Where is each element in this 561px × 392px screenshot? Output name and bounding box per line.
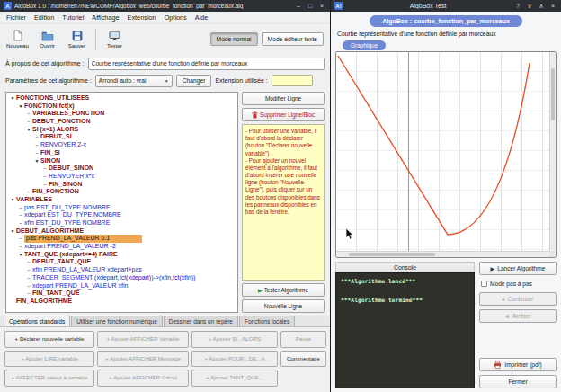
- instruction-button[interactable]: + Ajouter AFFICHER Calcul: [97, 370, 189, 387]
- instruction-button[interactable]: + Déclarer nouvelle variable: [4, 331, 94, 348]
- mode-pas-a-pas-option[interactable]: Mode pas à pas: [479, 279, 557, 289]
- vertical-scrollbar[interactable]: [549, 52, 556, 251]
- instruction-button[interactable]: + Ajouter TANT_QUE...: [191, 370, 278, 387]
- nouveau-button[interactable]: Nouveau: [4, 26, 31, 53]
- about-input[interactable]: [88, 58, 325, 70]
- nouveau-label: Nouveau: [6, 42, 29, 49]
- tab-fonction-numerique[interactable]: Utiliser une fonction numérique: [71, 316, 163, 326]
- menu-item-aide[interactable]: Aide: [195, 13, 209, 22]
- tree-line[interactable]: –pas PREND_LA_VALEUR 0.1: [6, 235, 237, 243]
- tree-line[interactable]: –pas EST_DU_TYPE NOMBRE: [6, 204, 237, 212]
- tab-dessiner-repere[interactable]: Dessiner dans un repère: [164, 316, 238, 326]
- mode-normal-button[interactable]: Mode normal: [210, 32, 258, 46]
- menu-item-affichage[interactable]: Affichage: [92, 13, 119, 22]
- close-icon[interactable]: ×: [317, 3, 326, 9]
- console-panel: Console ***Algorithme lancé*** ***Algori…: [335, 262, 475, 388]
- menu-item-fichier[interactable]: Fichier: [6, 13, 26, 22]
- tree-line[interactable]: –DEBUT_SINON: [6, 165, 237, 173]
- algorithm-tree[interactable]: ▼FONCTIONS_UTILISEES▼FONCTION fct(x)–VAR…: [5, 92, 238, 313]
- nouvelle-ligne-button[interactable]: Nouvelle Ligne: [242, 299, 325, 313]
- tree-branch-line: –: [17, 219, 24, 227]
- tree-line[interactable]: –TRACER_SEGMENT (xdepart,fct(xdepart))->…: [6, 274, 237, 282]
- menu-item-edition[interactable]: Edition: [34, 13, 54, 22]
- tester-button[interactable]: Tester: [101, 26, 129, 53]
- ouvrir-button[interactable]: Ouvrir: [33, 26, 61, 53]
- left-titlebar[interactable]: A AlgoBox 1.0 : /home/ren?/NEWCOMP/Algob…: [0, 0, 330, 12]
- vertical-scrollbar-thumb[interactable]: [551, 68, 555, 120]
- continuer-button[interactable]: ▸ Continuer: [479, 292, 557, 306]
- tree-line[interactable]: –FIN_FONCTION: [6, 188, 237, 196]
- instruction-buttons-grid: + Déclarer nouvelle variable+ Ajouter AF…: [0, 327, 330, 392]
- tree-line[interactable]: ▼SINON: [6, 157, 237, 165]
- tree-line[interactable]: –xdepart PREND_LA_VALEUR xfin: [6, 282, 237, 290]
- extension-input[interactable]: [272, 75, 313, 86]
- tab-operations-standards[interactable]: Opérations standards: [4, 316, 70, 326]
- arreter-button[interactable]: ⊗ Arrêter: [479, 309, 557, 323]
- maximize-icon[interactable]: □: [306, 3, 315, 9]
- tree-line[interactable]: ▼FONCTIONS_UTILISEES: [6, 94, 237, 102]
- menu-item-extension[interactable]: Extension: [128, 13, 156, 22]
- tree-line[interactable]: ▼TANT_QUE (xdepart<=4) FAIRE: [6, 251, 237, 259]
- tree-line[interactable]: ▼VARIABLES: [6, 196, 237, 204]
- menu-item-options[interactable]: Options: [165, 13, 187, 22]
- tester-algorithme-button[interactable]: ▶ Tester Algorithme: [242, 283, 325, 297]
- supprimer-ligne-button[interactable]: Supprimer Ligne/Bloc: [242, 108, 325, 121]
- lancer-algorithme-button[interactable]: ▶ Lancer Algorithme: [479, 262, 557, 275]
- tree-line[interactable]: –DEBUT_SI: [6, 133, 237, 141]
- horizontal-scrollbar-thumb[interactable]: [349, 253, 435, 256]
- tree-line[interactable]: –DEBUT_TANT_QUE: [6, 258, 237, 266]
- tab-graphique[interactable]: Graphique: [343, 40, 386, 50]
- tree-line[interactable]: –DEBUT_FONCTION: [6, 118, 237, 126]
- instruction-button[interactable]: + Ajouter SI...ALORS: [191, 331, 278, 348]
- expand-arrow-icon[interactable]: ▼: [33, 157, 40, 165]
- console-line: ***Algorithme lancé***: [341, 277, 469, 287]
- expand-arrow-icon[interactable]: ▼: [9, 94, 16, 102]
- expand-arrow-icon[interactable]: ▼: [9, 196, 16, 204]
- tree-line-text: DEBUT_ALGORITHME: [16, 227, 84, 236]
- fermer-button[interactable]: Fermer: [479, 375, 557, 388]
- modifier-ligne-button[interactable]: Modifier Ligne: [242, 92, 325, 105]
- sauver-button[interactable]: Sauver: [63, 26, 91, 53]
- arrondi-select[interactable]: Arrondi auto : vrai ▼: [95, 75, 173, 87]
- checkbox-icon[interactable]: [481, 281, 487, 287]
- menu-item-tutoriel[interactable]: Tutoriel: [62, 13, 84, 22]
- tree-line[interactable]: –xdepart EST_DU_TYPE NOMBRE: [6, 211, 237, 219]
- instruction-button[interactable]: + Ajouter POUR...DE...A: [191, 351, 278, 368]
- minimize-icon[interactable]: ∨: [525, 3, 534, 10]
- tree-line[interactable]: –xfin PREND_LA_VALEUR xdepart+pas: [6, 266, 237, 274]
- graph-plot-area[interactable]: [336, 52, 549, 251]
- tree-line[interactable]: –xfin EST_DU_TYPE NOMBRE: [6, 219, 237, 227]
- tree-line[interactable]: –FIN_TANT_QUE: [6, 290, 237, 298]
- instruction-button[interactable]: Commentaire: [280, 351, 326, 368]
- changer-button[interactable]: Changer: [176, 75, 212, 87]
- tree-line[interactable]: ▼SI (x<1) ALORS: [6, 126, 237, 134]
- tree-line[interactable]: –FIN_SINON: [6, 181, 237, 189]
- tree-line[interactable]: –xdepart PREND_LA_VALEUR -2: [6, 243, 237, 251]
- instruction-button[interactable]: + AFFECTER valeur à variable: [4, 370, 94, 387]
- close-icon[interactable]: ×: [548, 3, 557, 9]
- instruction-button[interactable]: + Ajouter LIRE variable: [4, 351, 94, 368]
- instruction-button[interactable]: + Ajouter AFFICHER Variable: [97, 331, 189, 348]
- graph-frame: [335, 51, 557, 258]
- tree-line[interactable]: –FIN_SI: [6, 149, 237, 157]
- tree-line[interactable]: –RENVOYER 2-x: [6, 141, 237, 149]
- tree-line[interactable]: ▼FONCTION fct(x): [6, 102, 237, 111]
- tree-line[interactable]: ▼DEBUT_ALGORITHME: [6, 227, 237, 236]
- horizontal-scrollbar[interactable]: [336, 251, 549, 257]
- tree-line[interactable]: –RENVOYER x*x: [6, 173, 237, 181]
- tree-line[interactable]: –VARIABLES_FONCTION: [6, 110, 237, 118]
- tab-fonctions-locales[interactable]: Fonctions locales: [239, 316, 295, 326]
- mode-editeur-texte-button[interactable]: Mode éditeur texte: [262, 32, 324, 46]
- minimize-icon[interactable]: –: [294, 3, 303, 9]
- instruction-button[interactable]: Pause: [280, 331, 326, 348]
- right-titlebar[interactable]: A! AlgoBox Test ? ∨ ∧ ×: [331, 0, 561, 12]
- tree-line[interactable]: FIN_ALGORITHME: [6, 298, 237, 306]
- expand-arrow-icon[interactable]: ▼: [17, 251, 24, 259]
- imprimer-pdf-button[interactable]: Imprimer (pdf): [479, 358, 557, 371]
- expand-arrow-icon[interactable]: ▼: [25, 126, 32, 134]
- expand-arrow-icon[interactable]: ▼: [17, 102, 24, 111]
- help-icon[interactable]: ?: [513, 3, 522, 9]
- instruction-button[interactable]: + Ajouter AFFICHER Message: [97, 351, 189, 368]
- expand-arrow-icon[interactable]: ▼: [9, 227, 16, 236]
- maximize-icon[interactable]: ∧: [537, 3, 546, 10]
